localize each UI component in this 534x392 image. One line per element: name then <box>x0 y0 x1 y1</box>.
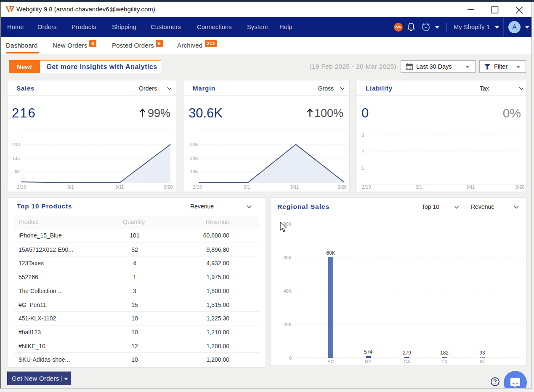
svg-text:60K: 60K <box>283 255 292 260</box>
svg-text:60K: 60K <box>326 250 335 256</box>
svg-text:3/1: 3/1 <box>67 184 74 189</box>
svg-text:30K: 30K <box>190 142 198 147</box>
svg-text:3/20: 3/20 <box>515 184 524 189</box>
svg-text:CA: CA <box>404 359 410 364</box>
svg-text:NY: NY <box>365 359 372 364</box>
svg-text:93: 93 <box>479 350 485 356</box>
svg-text:1: 1 <box>361 165 364 171</box>
svg-text:2/19: 2/19 <box>362 184 371 189</box>
svg-text:3/11: 3/11 <box>466 184 475 189</box>
svg-text:182: 182 <box>440 350 449 356</box>
svg-text:SC: SC <box>327 359 334 364</box>
svg-text:10K: 10K <box>190 169 198 174</box>
svg-text:20K: 20K <box>283 322 292 327</box>
svg-text:574: 574 <box>364 349 372 355</box>
svg-text:279: 279 <box>403 350 411 356</box>
svg-text:135: 135 <box>12 156 20 161</box>
svg-text:40K: 40K <box>283 288 292 293</box>
svg-text:TX: TX <box>441 359 448 364</box>
svg-text:3/1: 3/1 <box>416 184 422 189</box>
svg-text:0: 0 <box>289 355 292 360</box>
svg-text:203: 203 <box>12 142 20 147</box>
svg-text:3/11: 3/11 <box>290 184 299 189</box>
svg-text:68: 68 <box>15 169 20 174</box>
svg-text:20K: 20K <box>190 156 198 161</box>
svg-text:3/1: 3/1 <box>244 184 250 189</box>
svg-text:3/20: 3/20 <box>164 184 173 189</box>
svg-text:3/20: 3/20 <box>337 184 346 189</box>
svg-text:3/11: 3/11 <box>115 184 124 189</box>
svg-text:3: 3 <box>361 133 364 138</box>
svg-text:2/19: 2/19 <box>193 184 202 189</box>
svg-text:2/19: 2/19 <box>17 184 26 189</box>
svg-text:IN: IN <box>480 359 485 364</box>
svg-text:2: 2 <box>361 149 364 154</box>
